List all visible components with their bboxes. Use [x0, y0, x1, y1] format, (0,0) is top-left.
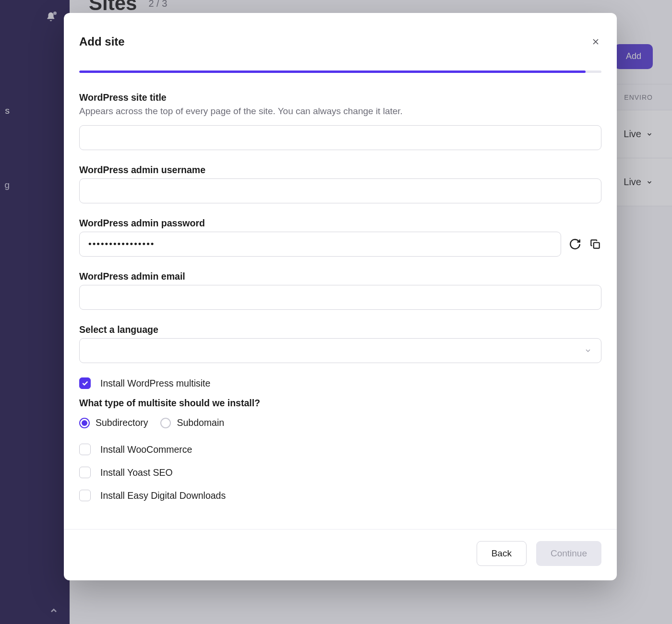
language-label: Select a language	[79, 324, 601, 335]
multisite-radio-subdomain[interactable]: Subdomain	[160, 417, 224, 428]
back-button[interactable]: Back	[477, 541, 527, 566]
radio-icon	[79, 418, 90, 428]
progress-bar	[79, 71, 601, 73]
yoast-label: Install Yoast SEO	[100, 467, 173, 478]
radio-label: Subdomain	[177, 417, 224, 428]
language-select[interactable]	[79, 338, 601, 363]
site-title-label: WordPress site title	[79, 92, 601, 103]
admin-username-input[interactable]	[79, 178, 601, 203]
close-icon[interactable]	[590, 36, 601, 47]
svg-rect-0	[594, 243, 600, 248]
edd-label: Install Easy Digital Downloads	[100, 490, 226, 501]
yoast-checkbox[interactable]	[79, 467, 91, 478]
radio-icon	[160, 418, 171, 428]
admin-password-label: WordPress admin password	[79, 218, 601, 229]
woocommerce-label: Install WooCommerce	[100, 444, 192, 455]
admin-email-input[interactable]	[79, 285, 601, 310]
progress-bar-fill	[79, 71, 586, 73]
site-title-help: Appears across the top of every page of …	[79, 106, 601, 117]
site-title-input[interactable]	[79, 125, 601, 150]
edd-checkbox[interactable]	[79, 490, 91, 501]
modal-title: Add site	[79, 35, 125, 48]
multisite-label: Install WordPress multisite	[100, 378, 210, 389]
regenerate-password-icon[interactable]	[569, 238, 581, 250]
continue-button[interactable]: Continue	[536, 541, 601, 566]
add-site-modal: Add site WordPress site title Appears ac…	[64, 13, 617, 580]
multisite-radio-subdirectory[interactable]: Subdirectory	[79, 417, 148, 428]
admin-email-label: WordPress admin email	[79, 271, 601, 282]
multisite-type-question: What type of multisite should we install…	[79, 398, 601, 409]
admin-password-input[interactable]	[79, 232, 561, 257]
copy-password-icon[interactable]	[589, 238, 601, 250]
radio-label: Subdirectory	[96, 417, 148, 428]
admin-username-label: WordPress admin username	[79, 165, 601, 176]
multisite-checkbox[interactable]	[79, 377, 91, 389]
woocommerce-checkbox[interactable]	[79, 444, 91, 455]
